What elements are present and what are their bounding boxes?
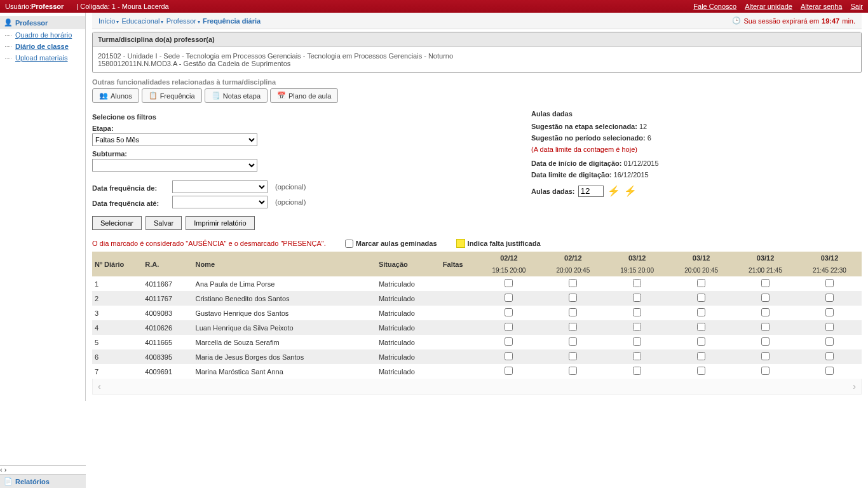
crumb-0[interactable]: Início — [98, 17, 115, 25]
attendance-checkbox[interactable] — [761, 352, 770, 360]
user-label: Usuário:Professor — [5, 3, 64, 10]
sidebar-header[interactable]: 👤 Professor — [0, 16, 85, 29]
attendance-checkbox[interactable] — [825, 279, 834, 287]
attendance-checkbox[interactable] — [505, 352, 513, 360]
attendance-checkbox[interactable] — [569, 294, 577, 302]
panel-line2: 1580012011N.N.MOD3.A - Gestão da Cadeia … — [98, 60, 856, 67]
date-header-4: 03/12 — [733, 252, 797, 264]
attendance-checkbox[interactable] — [761, 294, 770, 302]
attendance-checkbox[interactable] — [569, 308, 577, 316]
attendance-checkbox[interactable] — [569, 352, 577, 360]
attendance-checkbox[interactable] — [761, 337, 770, 346]
subturma-label: Subturma: — [92, 150, 486, 158]
date-header-2: 03/12 — [605, 252, 669, 264]
attendance-checkbox[interactable] — [633, 279, 641, 287]
chevron-down-icon: ▾ — [198, 19, 201, 25]
attendance-checkbox[interactable] — [825, 352, 834, 360]
attendance-checkbox[interactable] — [633, 337, 641, 346]
attendance-checkbox[interactable] — [633, 367, 641, 375]
attendance-checkbox[interactable] — [825, 323, 834, 331]
crumb-2[interactable]: Professor — [166, 17, 196, 25]
geminadas-checkbox-label[interactable]: Marcar aulas geminadas — [345, 240, 437, 248]
table-row: 24011767Cristiano Benedito dos SantosMat… — [92, 291, 862, 306]
link-sair[interactable]: Sair — [850, 3, 863, 10]
link-alterar-unidade[interactable]: Alterar unidade — [745, 3, 792, 10]
attendance-checkbox[interactable] — [825, 308, 834, 316]
attendance-checkbox[interactable] — [697, 294, 705, 302]
date-from-input[interactable] — [172, 180, 268, 193]
attendance-checkbox[interactable] — [697, 337, 705, 346]
attendance-checkbox[interactable] — [505, 294, 513, 302]
subheader: Outras funcionalidades relacionadas à tu… — [92, 78, 862, 86]
attendance-checkbox[interactable] — [825, 294, 834, 302]
filters: Selecione os filtros Etapa: Faltas 5o Mê… — [92, 109, 486, 230]
etapa-label: Etapa: — [92, 125, 486, 132]
col-sit: Situação — [376, 252, 440, 276]
table-row: 74009691Marina Maróstica Sant AnnaMatric… — [92, 364, 862, 379]
subturma-select[interactable] — [92, 159, 257, 172]
attendance-checkbox[interactable] — [697, 308, 705, 316]
attendance-checkbox[interactable] — [697, 279, 705, 287]
tab-plano[interactable]: 📅Plano de aula — [270, 88, 338, 103]
date-header-1: 02/12 — [541, 252, 605, 264]
attendance-checkbox[interactable] — [761, 367, 770, 375]
attendance-checkbox[interactable] — [505, 323, 513, 331]
attendance-icon: 📋 — [149, 92, 158, 100]
sidebar: 👤 Professor Quadro de horárioDiário de c… — [0, 13, 86, 401]
tab-notas[interactable]: 🗒️Notas etapa — [205, 88, 268, 103]
attendance-checkbox[interactable] — [761, 323, 770, 331]
attendance-checkbox[interactable] — [697, 352, 705, 360]
geminadas-checkbox[interactable] — [345, 240, 353, 248]
select-button[interactable]: Selecionar — [92, 216, 142, 230]
attendance-checkbox[interactable] — [505, 337, 513, 346]
time-header-0: 19:15 20:00 — [477, 264, 541, 276]
coligada-label: | Coligada: 1 - Moura Lacerda — [76, 3, 168, 10]
table-scroll[interactable]: ‹› — [92, 379, 862, 395]
attendance-checkbox[interactable] — [697, 323, 705, 331]
date-to-label: Data frequência até: — [92, 200, 168, 207]
attendance-checkbox[interactable] — [761, 308, 770, 316]
attendance-checkbox[interactable] — [569, 367, 577, 375]
date-to-input[interactable] — [172, 196, 268, 208]
time-header-1: 20:00 20:45 — [541, 264, 605, 276]
people-icon: 👥 — [99, 92, 108, 100]
attendance-checkbox[interactable] — [633, 352, 641, 360]
attendance-checkbox[interactable] — [633, 323, 641, 331]
calendar-icon: 📅 — [277, 92, 286, 100]
scroll-right-icon[interactable]: › — [853, 381, 856, 391]
attendance-checkbox[interactable] — [697, 367, 705, 375]
attendance-checkbox[interactable] — [633, 308, 641, 316]
breadcrumb-bar: Início▾ Educacional▾ Professor▾ Frequênc… — [92, 13, 862, 29]
sidebar-item-1[interactable]: Diário de classe — [0, 41, 85, 52]
tab-alunos[interactable]: 👥Alunos — [92, 88, 139, 103]
tabs: 👥Alunos 📋Frequência 🗒️Notas etapa 📅Plano… — [92, 88, 862, 103]
lightning-blue-icon[interactable]: ⚡ — [624, 185, 637, 197]
link-alterar-senha[interactable]: Alterar senha — [801, 3, 842, 10]
filters-title: Selecione os filtros — [92, 113, 486, 121]
print-button[interactable]: Imprimir relatório — [186, 216, 255, 230]
chevron-down-icon: ▾ — [161, 19, 165, 25]
attendance-checkbox[interactable] — [825, 337, 834, 346]
attendance-checkbox[interactable] — [633, 294, 641, 302]
aulas-dadas-input[interactable] — [578, 186, 604, 197]
content: Início▾ Educacional▾ Professor▾ Frequênc… — [86, 13, 868, 401]
sidebar-item-2[interactable]: Upload materiais — [0, 52, 85, 64]
time-header-5: 21:45 22:30 — [797, 264, 862, 276]
attendance-checkbox[interactable] — [505, 367, 513, 375]
attendance-checkbox[interactable] — [761, 279, 770, 287]
col-nome: Nome — [193, 252, 376, 276]
attendance-checkbox[interactable] — [505, 279, 513, 287]
lightning-icon[interactable]: ⚡ — [607, 185, 620, 197]
attendance-checkbox[interactable] — [825, 367, 834, 375]
sidebar-item-0[interactable]: Quadro de horário — [0, 29, 85, 41]
etapa-select[interactable]: Faltas 5o Mês — [92, 133, 257, 146]
tab-frequencia[interactable]: 📋Frequência — [142, 88, 202, 103]
crumb-1[interactable]: Educacional — [122, 17, 160, 25]
attendance-checkbox[interactable] — [505, 308, 513, 316]
attendance-checkbox[interactable] — [569, 323, 577, 331]
save-button[interactable]: Salvar — [146, 216, 182, 230]
attendance-checkbox[interactable] — [569, 337, 577, 346]
link-fale-conosco[interactable]: Fale Conosco — [693, 3, 736, 10]
attendance-checkbox[interactable] — [569, 279, 577, 287]
scroll-left-icon[interactable]: ‹ — [98, 381, 101, 391]
